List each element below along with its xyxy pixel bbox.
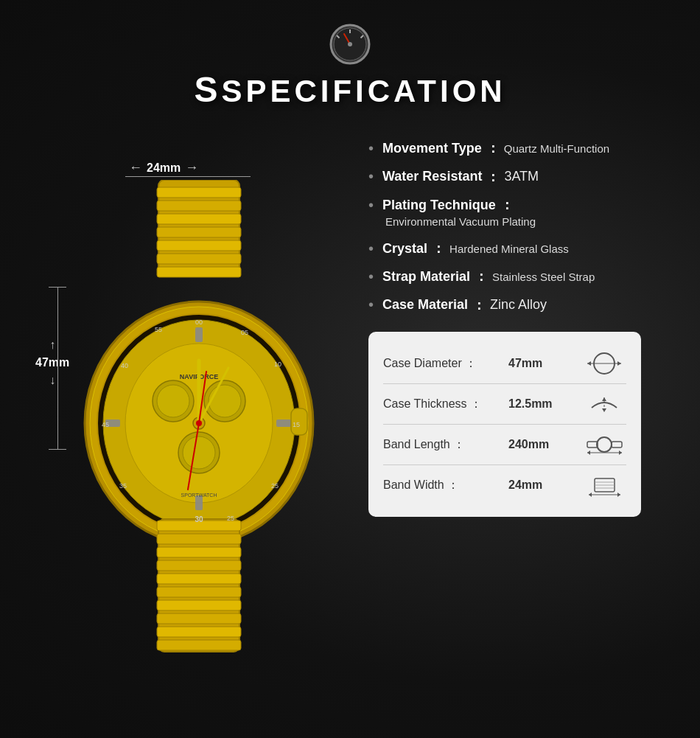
spec-key-crystal: Crystal — [382, 241, 427, 257]
svg-rect-14 — [157, 267, 241, 277]
watch-section: ← 24mm → ↑ 47mm ↓ — [22, 125, 361, 662]
svg-rect-47 — [157, 613, 241, 624]
spec-item-case-material: • Case Material ： Zinc Alloy — [368, 296, 685, 314]
svg-rect-11 — [157, 227, 241, 237]
dim-row-band-width: Band Width ： 24mm — [383, 465, 626, 505]
width-annotation: ← 24mm → — [129, 160, 198, 175]
spec-key-plating: Plating Technique — [382, 198, 496, 213]
svg-rect-21 — [195, 495, 203, 510]
spec-colon: ： — [500, 196, 514, 214]
bullet: • — [368, 139, 374, 157]
svg-text:SPORTWATCH: SPORTWATCH — [181, 492, 217, 498]
gauge-icon — [328, 22, 372, 66]
height-annotation: ↑ 47mm ↓ — [35, 338, 69, 387]
svg-rect-13 — [157, 254, 241, 264]
width-line — [125, 176, 251, 177]
spec-colon: ： — [475, 268, 488, 285]
svg-text:25: 25 — [227, 515, 234, 522]
width-label: 24mm — [147, 161, 181, 175]
dim-val-diameter: 47mm — [508, 357, 560, 370]
bullet: • — [368, 196, 374, 214]
spec-item-water: • Water Resistant ： 3ATM — [368, 167, 685, 186]
svg-rect-12 — [157, 240, 241, 251]
spec-list: • Movement Type ： Quartz Multi-Function … — [368, 139, 685, 314]
spec-colon: ： — [472, 296, 486, 314]
svg-rect-10 — [157, 214, 241, 224]
spec-key-case-material: Case Material — [382, 297, 468, 313]
spec-item-strap: • Strap Material ： Stainless Steel Strap — [368, 268, 685, 285]
svg-marker-81 — [617, 492, 620, 497]
band-width-icon — [582, 473, 626, 498]
svg-marker-80 — [589, 492, 592, 497]
case-diameter-icon — [582, 351, 626, 376]
spec-key-water: Water Resistant — [382, 169, 482, 184]
svg-marker-64 — [617, 361, 621, 366]
svg-point-37 — [196, 420, 202, 426]
dim-row-thickness: Case Thickness ： 12.5mm — [383, 384, 626, 425]
spec-key-movement: Movement Type — [382, 141, 482, 156]
svg-point-27 — [209, 385, 241, 417]
band-length-icon — [582, 432, 626, 457]
svg-marker-72 — [587, 450, 590, 455]
svg-rect-23 — [276, 420, 291, 427]
spec-val-crystal: Hardened Mineral Glass — [449, 241, 569, 257]
svg-marker-73 — [619, 450, 622, 455]
header-section: SSPECIFICATION — [0, 0, 700, 125]
svg-text:30: 30 — [195, 515, 203, 523]
svg-rect-69 — [587, 442, 598, 448]
svg-text:25: 25 — [271, 482, 279, 490]
svg-point-25 — [157, 385, 189, 417]
svg-point-68 — [597, 437, 612, 452]
spec-val-movement: Quartz Multi-Function — [504, 141, 609, 156]
spec-key-strap: Strap Material — [382, 269, 470, 285]
svg-text:55: 55 — [155, 326, 162, 333]
spec-item-plating: • Plating Technique ： Environmental Vacu… — [368, 196, 685, 229]
case-thickness-icon — [582, 391, 626, 417]
dim-label-diameter: Case Diameter ： — [383, 356, 486, 372]
svg-text:05: 05 — [241, 329, 248, 336]
dim-val-band-length: 240mm — [508, 438, 560, 451]
svg-rect-41 — [157, 534, 241, 544]
dimensions-box: Case Diameter ： 47mm Case Thickness ： 12… — [368, 332, 641, 517]
svg-rect-42 — [157, 547, 241, 557]
svg-text:15: 15 — [293, 421, 300, 428]
dim-row-diameter: Case Diameter ： 47mm — [383, 344, 626, 384]
svg-marker-63 — [587, 361, 591, 366]
bullet: • — [368, 268, 374, 285]
specs-section: • Movement Type ： Quartz Multi-Function … — [361, 125, 685, 662]
svg-rect-9 — [157, 201, 241, 211]
dim-val-band-width: 24mm — [508, 478, 560, 492]
spec-val-water: 3ATM — [504, 167, 539, 186]
svg-rect-48 — [157, 627, 241, 637]
height-label: 47mm — [35, 356, 69, 369]
bullet: • — [368, 240, 374, 257]
page-title: SSPECIFICATION — [194, 69, 505, 110]
svg-rect-46 — [157, 600, 241, 610]
svg-rect-8 — [157, 187, 241, 198]
svg-point-6 — [348, 42, 352, 46]
svg-text:40: 40 — [121, 362, 128, 369]
spec-colon: ： — [486, 168, 500, 186]
svg-text:45: 45 — [102, 421, 109, 428]
bullet: • — [368, 167, 374, 185]
spec-val-strap: Stainless Steel Strap — [492, 269, 595, 285]
svg-text:10: 10 — [274, 361, 281, 368]
dim-label-band-length: Band Length ： — [383, 437, 486, 453]
svg-rect-43 — [157, 560, 241, 571]
height-line — [57, 287, 58, 449]
dim-val-thickness: 12.5mm — [508, 397, 560, 411]
spec-item-movement: • Movement Type ： Quartz Multi-Function — [368, 139, 685, 157]
svg-text:35: 35 — [119, 482, 127, 490]
watch-image: NAVIFORCE SPORTWATCH — [70, 180, 361, 662]
svg-rect-70 — [612, 442, 622, 448]
bullet: • — [368, 296, 374, 313]
dim-row-band-length: Band Length ： 240mm — [383, 425, 626, 465]
svg-rect-44 — [157, 574, 241, 584]
spec-item-crystal: • Crystal ： Hardened Mineral Glass — [368, 240, 685, 257]
spec-val-plating: Environmental Vacuum Plating — [385, 215, 536, 228]
spec-val-case-material: Zinc Alloy — [490, 296, 547, 314]
svg-point-29 — [183, 436, 215, 469]
svg-rect-49 — [157, 640, 241, 650]
svg-marker-67 — [602, 408, 606, 412]
spec-colon: ： — [486, 139, 500, 157]
